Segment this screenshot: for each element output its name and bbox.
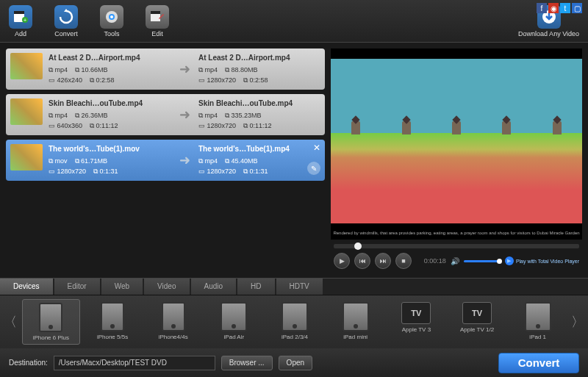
dst-duration: ⧉ 0:1:31 <box>243 166 268 176</box>
instagram-icon[interactable]: ◉ <box>548 3 559 13</box>
facebook-icon[interactable]: f <box>537 3 547 13</box>
video-preview[interactable]: Rendered by windmills, that area provide… <box>331 49 582 240</box>
src-size: ⧉ 26.36MB <box>75 110 108 121</box>
file-thumbnail <box>10 144 43 170</box>
dst-resolution: ▭ 1280x720 <box>198 75 236 85</box>
volume-icon[interactable]: 🔊 <box>451 257 459 265</box>
tab-hdtv[interactable]: HDTV <box>276 279 323 295</box>
convert-button[interactable]: Convert <box>498 353 579 373</box>
seek-bar[interactable] <box>334 244 579 248</box>
prev-button[interactable]: ⏮ <box>354 253 370 269</box>
file-row[interactable]: Skin Bleachi…ouTube.mp4 ⧉ mp4⧉ 26.36MB ▭… <box>6 94 325 135</box>
svg-rect-7 <box>151 13 160 21</box>
tab-video[interactable]: Video <box>144 279 189 295</box>
refresh-icon <box>54 5 78 29</box>
clapper-pencil-icon <box>146 5 169 29</box>
close-icon[interactable]: ✕ <box>313 143 320 153</box>
video-caption: Rendered by windmills, that area provide… <box>331 229 582 237</box>
edit-row-icon[interactable]: ✎ <box>307 162 320 175</box>
preview-panel: Rendered by windmills, that area provide… <box>331 43 588 278</box>
tab-audio[interactable]: Audio <box>191 279 237 295</box>
src-resolution: ▭ 1280x720 <box>49 166 86 176</box>
phone-icon <box>39 303 62 332</box>
arrow-icon: ➜ <box>175 98 194 131</box>
chat-icon[interactable]: ▢ <box>572 3 582 13</box>
tools-label: Tools <box>104 30 119 37</box>
phone-icon <box>101 302 124 331</box>
tab-editor[interactable]: Editor <box>54 279 100 295</box>
dst-title: The world's…Tube(1).mp4 <box>198 144 320 154</box>
device-iphone-6-plus[interactable]: iPhone 6 Plus <box>22 299 80 345</box>
dst-format: ⧉ mp4 <box>198 156 218 166</box>
bottom-bar: Destination: Browser ... Open Convert <box>0 348 588 377</box>
carousel-prev[interactable]: 〈 <box>3 313 18 331</box>
svg-rect-8 <box>151 11 160 14</box>
src-title: The world's…Tube(1).mov <box>49 144 171 154</box>
device-iphone-5-5s[interactable]: iPhone 5/5s <box>85 299 141 345</box>
next-button[interactable]: ⏭ <box>375 253 391 269</box>
device-ipad-air[interactable]: iPad Air <box>206 299 262 345</box>
destination-input[interactable] <box>54 356 215 370</box>
src-title: Skin Bleachi…ouTube.mp4 <box>49 98 171 109</box>
video-frame <box>331 59 582 223</box>
stop-button[interactable]: ■ <box>395 253 412 269</box>
browser-button[interactable]: Browser ... <box>221 356 273 370</box>
device-label: iPad 1 <box>529 334 546 340</box>
src-size: ⧉ 61.71MB <box>75 156 108 166</box>
tablet-icon <box>343 302 369 331</box>
destination-label: Destination: <box>9 359 48 367</box>
carousel-next[interactable]: 〉 <box>570 313 585 331</box>
device-iphone4-4s[interactable]: iPhone4/4s <box>145 299 201 345</box>
dst-title: At Least 2 D…Airport.mp4 <box>198 53 320 63</box>
file-row[interactable]: The world's…Tube(1).mov ⧉ mov⧉ 61.71MB ▭… <box>6 140 325 181</box>
svg-point-6 <box>110 15 113 18</box>
device-ipad-mini[interactable]: iPad mini <box>327 299 384 345</box>
volume-slider[interactable] <box>464 260 501 262</box>
twitter-icon[interactable]: t <box>560 3 570 13</box>
open-button[interactable]: Open <box>279 356 312 370</box>
file-list: At Least 2 D…Airport.mp4 ⧉ mp4⧉ 10.66MB … <box>0 43 331 278</box>
play-with-total-link[interactable]: ▶ Play with Total Video Player <box>505 256 579 265</box>
device-label: Apple TV 1/2 <box>460 326 494 333</box>
file-thumbnail <box>10 53 43 79</box>
device-apple-tv-3[interactable]: TVApple TV 3 <box>388 299 445 345</box>
device-label: iPhone 5/5s <box>97 334 128 340</box>
player-controls: ▶ ⏮ ⏭ ■ 0:00:18 🔊 ▶ Play with Total Vide… <box>331 250 582 272</box>
download-label: Download Any Video <box>518 30 579 37</box>
add-label: Add <box>15 30 26 37</box>
gear-icon <box>100 5 123 29</box>
svg-text:+: + <box>24 18 26 23</box>
edit-button[interactable]: Edit <box>146 5 169 37</box>
add-button[interactable]: + Add <box>9 5 32 37</box>
convert-tool-button[interactable]: Convert <box>54 5 78 37</box>
file-thumbnail <box>10 98 43 125</box>
src-duration: ⧉ 0:1:31 <box>93 166 118 176</box>
file-row[interactable]: At Least 2 D…Airport.mp4 ⧉ mp4⧉ 10.66MB … <box>6 49 325 90</box>
dst-size: ⧉ 45.40MB <box>225 156 258 166</box>
convert-tool-label: Convert <box>54 30 78 37</box>
device-label: Apple TV 3 <box>402 326 431 333</box>
arrow-icon: ➜ <box>175 144 194 176</box>
tab-hd[interactable]: HD <box>237 279 274 295</box>
dst-resolution: ▭ 1280x720 <box>198 121 236 131</box>
tab-devices[interactable]: Devices <box>0 279 53 295</box>
dst-duration: ⧉ 0:11:12 <box>243 121 272 131</box>
src-format: ⧉ mov <box>49 156 68 166</box>
device-ipad-2-3-4[interactable]: iPad 2/3/4 <box>267 299 323 345</box>
tools-button[interactable]: Tools <box>100 5 123 37</box>
tablet-icon <box>282 302 308 331</box>
total-player-icon: ▶ <box>505 256 514 265</box>
play-button[interactable]: ▶ <box>334 253 350 269</box>
tv-icon: TV <box>462 302 492 324</box>
dst-size: ⧉ 335.23MB <box>225 110 262 121</box>
phone-icon <box>162 302 185 331</box>
device-label: iPad Air <box>224 334 245 340</box>
device-label: iPad mini <box>343 334 368 340</box>
device-label: iPad 2/3/4 <box>282 334 308 340</box>
src-duration: ⧉ 0:11:12 <box>90 121 118 131</box>
tab-web[interactable]: Web <box>101 279 143 295</box>
device-apple-tv-1-2[interactable]: TVApple TV 1/2 <box>449 299 506 345</box>
device-ipad-1[interactable]: iPad 1 <box>509 299 566 345</box>
play-total-label: Play with Total Video Player <box>516 259 579 264</box>
dst-size: ⧉ 88.80MB <box>225 65 258 75</box>
